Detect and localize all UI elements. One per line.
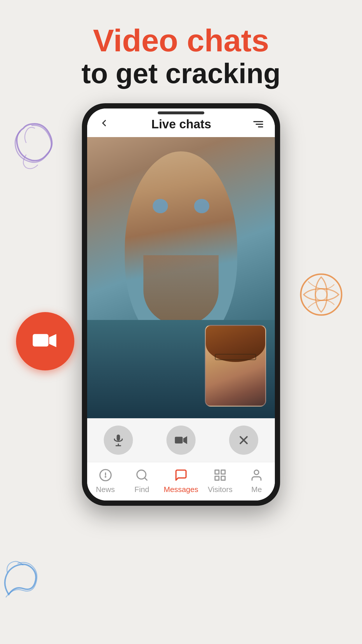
svg-point-18	[254, 470, 259, 475]
visitors-icon	[212, 468, 228, 483]
eye-left	[153, 199, 168, 213]
find-icon	[134, 468, 150, 483]
filter-line-1	[253, 121, 263, 122]
phone-notch	[158, 111, 204, 114]
orange-doodle	[289, 262, 353, 327]
self-video-thumbnail	[205, 325, 266, 407]
svg-rect-2	[33, 334, 48, 346]
self-video-feed	[206, 326, 265, 406]
page-wrapper: Video chats to get cracking	[0, 0, 362, 644]
svg-line-13	[145, 478, 147, 480]
nav-item-me[interactable]: Me	[242, 468, 271, 494]
video-controls	[87, 418, 275, 462]
eye-right	[194, 199, 209, 213]
filter-line-3	[258, 126, 263, 127]
filter-button[interactable]	[253, 121, 263, 127]
video-area	[87, 137, 275, 418]
filter-line-2	[256, 124, 263, 125]
svg-rect-16	[215, 476, 219, 480]
blue-doodle	[0, 551, 58, 609]
glasses-area	[215, 354, 256, 360]
mic-button[interactable]	[104, 426, 133, 455]
nav-item-news[interactable]: News	[91, 468, 120, 494]
messages-label: Messages	[164, 485, 198, 494]
messages-icon	[173, 468, 189, 483]
svg-point-0	[301, 274, 342, 315]
svg-rect-6	[175, 437, 183, 444]
headline-line1: Video chats	[0, 23, 362, 58]
svg-rect-17	[221, 476, 225, 480]
nav-item-messages[interactable]: Messages	[164, 468, 198, 494]
phone-mockup: Live chats	[82, 103, 280, 506]
headline-area: Video chats to get cracking	[0, 0, 362, 97]
bottom-nav: News Find	[87, 462, 275, 501]
news-icon	[98, 468, 113, 483]
headline-line2: to get cracking	[0, 58, 362, 89]
find-label: Find	[134, 485, 149, 494]
purple-doodle	[9, 117, 61, 175]
me-icon	[249, 468, 264, 483]
video-toggle-button[interactable]	[166, 426, 196, 455]
svg-point-1	[315, 289, 327, 300]
visitors-label: Visitors	[208, 485, 233, 494]
svg-rect-3	[117, 435, 120, 441]
screen-title: Live chats	[151, 117, 211, 131]
me-label: Me	[251, 485, 262, 494]
svg-rect-14	[215, 470, 219, 474]
end-call-button[interactable]	[229, 426, 258, 455]
svg-rect-15	[221, 470, 225, 474]
nav-item-find[interactable]: Find	[127, 468, 157, 494]
beard-area	[143, 255, 219, 326]
phone-inner: Live chats	[87, 108, 275, 501]
back-button[interactable]	[99, 118, 109, 131]
news-label: News	[96, 485, 115, 494]
nav-item-visitors[interactable]: Visitors	[205, 468, 235, 494]
video-call-fab[interactable]	[16, 312, 74, 370]
